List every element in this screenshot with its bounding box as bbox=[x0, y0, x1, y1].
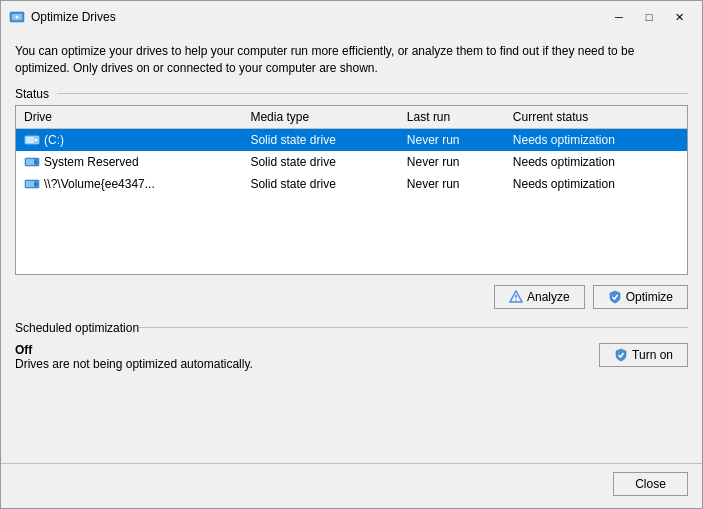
svg-rect-8 bbox=[26, 159, 34, 165]
svg-point-12 bbox=[35, 182, 38, 185]
drive-cell: \\?\Volume{ee4347... bbox=[16, 173, 242, 195]
window-title: Optimize Drives bbox=[31, 10, 598, 24]
col-drive: Drive bbox=[16, 106, 242, 129]
scheduled-row: Off Drives are not being optimized autom… bbox=[15, 341, 688, 373]
svg-point-15 bbox=[515, 299, 517, 301]
col-last-run: Last run bbox=[399, 106, 505, 129]
analyze-icon bbox=[509, 290, 523, 304]
last-run-cell: Never run bbox=[399, 173, 505, 195]
drive-name: \\?\Volume{ee4347... bbox=[44, 177, 155, 191]
optimize-drives-window: Optimize Drives ─ □ ✕ You can optimize y… bbox=[0, 0, 703, 509]
scheduled-info: Off Drives are not being optimized autom… bbox=[15, 343, 253, 371]
table-row[interactable]: \\?\Volume{ee4347... Solid state driveNe… bbox=[16, 173, 687, 195]
analyze-button[interactable]: Analyze bbox=[494, 285, 585, 309]
turn-on-button[interactable]: Turn on bbox=[599, 343, 688, 367]
minimize-button[interactable]: ─ bbox=[604, 7, 634, 27]
main-content: You can optimize your drives to help you… bbox=[1, 31, 702, 463]
svg-point-3 bbox=[16, 16, 19, 19]
col-current-status: Current status bbox=[505, 106, 687, 129]
close-button[interactable]: Close bbox=[613, 472, 688, 496]
status-label: Status bbox=[15, 87, 49, 101]
col-media-type: Media type bbox=[242, 106, 398, 129]
svg-point-9 bbox=[35, 160, 38, 163]
scheduled-header: Scheduled optimization bbox=[15, 321, 688, 335]
svg-rect-11 bbox=[26, 181, 34, 187]
analyze-label: Analyze bbox=[527, 290, 570, 304]
drives-table-container: Drive Media type Last run Current status… bbox=[15, 105, 688, 275]
svg-rect-5 bbox=[26, 137, 34, 143]
drive-icon bbox=[24, 132, 40, 148]
turn-on-shield-icon bbox=[614, 348, 628, 362]
media-type-cell: Solid state drive bbox=[242, 151, 398, 173]
optimize-button[interactable]: Optimize bbox=[593, 285, 688, 309]
drive-cell: System Reserved bbox=[16, 151, 242, 173]
drive-icon bbox=[24, 176, 40, 192]
footer: Close bbox=[1, 463, 702, 508]
current-status-cell: Needs optimization bbox=[505, 128, 687, 151]
maximize-button[interactable]: □ bbox=[634, 7, 664, 27]
drive-icon bbox=[24, 154, 40, 170]
scheduled-divider bbox=[139, 327, 688, 328]
last-run-cell: Never run bbox=[399, 128, 505, 151]
scheduled-status: Off bbox=[15, 343, 253, 357]
titlebar: Optimize Drives ─ □ ✕ bbox=[1, 1, 702, 31]
optimize-shield-icon bbox=[608, 290, 622, 304]
scheduled-description: Drives are not being optimized automatic… bbox=[15, 357, 253, 371]
media-type-cell: Solid state drive bbox=[242, 128, 398, 151]
scheduled-label: Scheduled optimization bbox=[15, 321, 139, 335]
drives-table: Drive Media type Last run Current status… bbox=[16, 106, 687, 195]
current-status-cell: Needs optimization bbox=[505, 151, 687, 173]
description-text: You can optimize your drives to help you… bbox=[15, 43, 688, 77]
status-section-header: Status bbox=[15, 87, 688, 101]
svg-point-6 bbox=[35, 138, 38, 141]
table-header: Drive Media type Last run Current status bbox=[16, 106, 687, 129]
status-divider bbox=[57, 93, 688, 94]
titlebar-icon bbox=[9, 9, 25, 25]
close-window-button[interactable]: ✕ bbox=[664, 7, 694, 27]
drive-cell: (C:) bbox=[16, 128, 242, 151]
drive-name: (C:) bbox=[44, 133, 64, 147]
scheduled-section: Scheduled optimization Off Drives are no… bbox=[15, 321, 688, 373]
table-row[interactable]: (C:) Solid state driveNever runNeeds opt… bbox=[16, 128, 687, 151]
turn-on-label: Turn on bbox=[632, 348, 673, 362]
table-row[interactable]: System Reserved Solid state driveNever r… bbox=[16, 151, 687, 173]
optimize-label: Optimize bbox=[626, 290, 673, 304]
drive-action-buttons: Analyze Optimize bbox=[15, 285, 688, 309]
media-type-cell: Solid state drive bbox=[242, 173, 398, 195]
svg-rect-2 bbox=[14, 20, 20, 22]
current-status-cell: Needs optimization bbox=[505, 173, 687, 195]
table-body: (C:) Solid state driveNever runNeeds opt… bbox=[16, 128, 687, 195]
titlebar-controls: ─ □ ✕ bbox=[604, 7, 694, 27]
last-run-cell: Never run bbox=[399, 151, 505, 173]
drive-name: System Reserved bbox=[44, 155, 139, 169]
